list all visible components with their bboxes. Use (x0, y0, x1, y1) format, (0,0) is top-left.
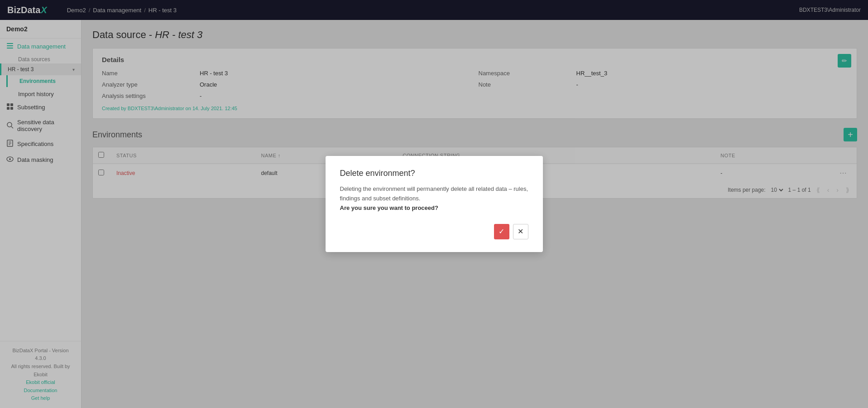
dialog-confirm-button[interactable]: ✓ (494, 224, 509, 239)
dialog-actions: ✓ ✕ (340, 224, 528, 239)
dialog-confirm-text: Are you sure you want to proceed? (340, 204, 438, 211)
dialog-title: Delete environment? (340, 169, 528, 178)
dialog-body-text: Deleting the environment will permanentl… (340, 185, 528, 202)
delete-dialog: Delete environment? Deleting the environ… (326, 156, 543, 252)
dialog-cancel-button[interactable]: ✕ (513, 224, 528, 239)
modal-overlay: Delete environment? Deleting the environ… (0, 0, 868, 408)
dialog-body: Deleting the environment will permanentl… (340, 185, 528, 213)
